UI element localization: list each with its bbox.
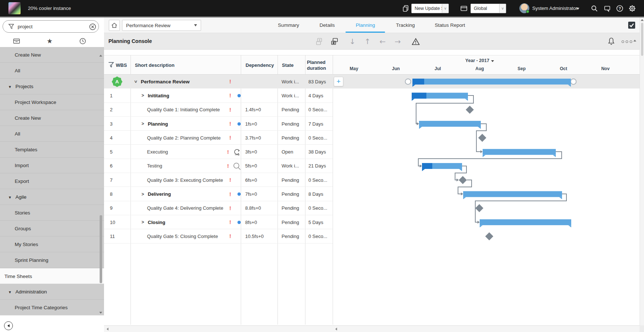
- global-search-icon[interactable]: [590, 4, 598, 12]
- application-scope-chevron-icon[interactable]: ˅: [499, 4, 506, 13]
- indent-icon[interactable]: →: [393, 37, 402, 46]
- personalize-checkbox-icon[interactable]: [627, 21, 636, 31]
- help-icon[interactable]: ?: [616, 4, 624, 12]
- save-layout-icon[interactable]: [330, 37, 339, 46]
- history-icon[interactable]: [66, 35, 99, 47]
- sidebar-item-sprint-planning[interactable]: Sprint Planning: [0, 252, 104, 268]
- grid-horizontal-scrollbar[interactable]: [104, 325, 333, 332]
- main-vertical-scrollbar[interactable]: [640, 18, 644, 325]
- sidebar-item-create-new[interactable]: Create New: [0, 110, 104, 126]
- all-applications-icon[interactable]: [0, 35, 33, 47]
- move-up-icon[interactable]: ↑: [363, 37, 372, 46]
- sidebar-item-stories[interactable]: Stories: [0, 205, 104, 221]
- user-presence-dot: [526, 10, 529, 13]
- tab-planning[interactable]: Planning: [354, 18, 378, 33]
- instance-logo[interactable]: [8, 2, 21, 14]
- update-set-picker-icon[interactable]: [402, 4, 410, 12]
- section-collapse-icon[interactable]: ▼: [8, 284, 12, 300]
- gantt-milestone-quality-gate-1-initiating-complete[interactable]: [466, 106, 474, 114]
- sidebar-scroll-thumb[interactable]: [100, 215, 102, 283]
- home-button[interactable]: [109, 20, 120, 31]
- favorites-icon[interactable]: ★: [33, 35, 66, 47]
- more-options-button[interactable]: [622, 40, 632, 43]
- grid-filter-funnel-icon[interactable]: [108, 62, 114, 69]
- tab-tracking[interactable]: Tracking: [394, 18, 417, 33]
- gantt-bar-closing[interactable]: [480, 219, 571, 227]
- sidebar-item-import[interactable]: Import: [0, 158, 104, 173]
- column-header-state[interactable]: State: [282, 55, 294, 75]
- clear-search-icon[interactable]: [89, 23, 96, 30]
- gantt-bar-executing[interactable]: [483, 149, 556, 157]
- gantt-bar-inititating[interactable]: [412, 93, 468, 101]
- column-header-planned-duration[interactable]: Planned duration: [307, 59, 333, 71]
- gantt-year-selector[interactable]: Year - 2017: [333, 58, 627, 63]
- expand-chevron-icon[interactable]: >: [142, 89, 144, 102]
- collapse-chevron-icon[interactable]: >: [128, 80, 142, 83]
- sidebar-item-my-stories[interactable]: My Stories: [0, 237, 104, 252]
- connect-chat-icon[interactable]: [603, 4, 611, 12]
- sidebar-item-administration[interactable]: ▼Administration: [0, 284, 104, 300]
- sidebar-scroll-up-icon[interactable]: [99, 55, 102, 57]
- expand-chevron-icon[interactable]: >: [142, 187, 144, 201]
- sidebar-item-project-time-categories[interactable]: Project Time Categories: [0, 300, 104, 315]
- sidebar-item-projects[interactable]: ▼Projects: [0, 79, 104, 94]
- gantt-bar-planning[interactable]: [419, 121, 481, 129]
- sidebar-item-agile[interactable]: ▼Agile: [0, 189, 104, 205]
- sidebar-item-create-new[interactable]: Create New: [0, 47, 104, 63]
- user-menu-caret-icon[interactable]: [576, 8, 579, 10]
- notifications-bell-icon[interactable]: [607, 37, 616, 48]
- gantt-milestone-quality-gate-5-closing-complete[interactable]: [485, 232, 493, 240]
- gantt-scroll-up-icon[interactable]: [633, 40, 636, 42]
- gantt-milestone-quality-gate-3-executing-complete[interactable]: [459, 176, 467, 184]
- expand-chevron-icon[interactable]: >: [142, 215, 144, 229]
- scroll-left-icon[interactable]: [335, 328, 337, 331]
- tab-summary[interactable]: Summary: [276, 18, 301, 33]
- column-header-dependency[interactable]: Dependency: [246, 55, 274, 75]
- gantt-add-button[interactable]: +: [334, 77, 343, 86]
- sidebar-item-templates[interactable]: Templates: [0, 142, 104, 158]
- update-set-chevron-icon[interactable]: ˅: [442, 4, 448, 13]
- column-header-short-description[interactable]: Short description: [135, 55, 175, 75]
- record-picker-select[interactable]: Performance Review: [122, 20, 201, 31]
- sidebar-item-time-sheets[interactable]: Time Sheets: [0, 268, 104, 284]
- sidebar-item-groups[interactable]: Groups: [0, 221, 104, 237]
- gantt-horizontal-scrollbar[interactable]: [333, 325, 640, 332]
- gantt-milestone-quality-gate-2-planning-complete[interactable]: [478, 134, 486, 142]
- gear-icon[interactable]: [628, 4, 636, 12]
- application-scope-select[interactable]: Global ˅: [471, 4, 506, 13]
- sidebar-item-all[interactable]: All: [0, 63, 104, 79]
- outdent-icon[interactable]: ←: [378, 37, 387, 46]
- sidebar-item-export[interactable]: Export: [0, 173, 104, 189]
- tab-details[interactable]: Details: [317, 18, 337, 33]
- application-picker-icon[interactable]: [460, 4, 468, 12]
- navigator-search-input[interactable]: [18, 21, 84, 32]
- warning-icon[interactable]: [411, 37, 421, 46]
- tab-status-report[interactable]: Status Report: [433, 18, 468, 33]
- wbs-number: 4: [110, 131, 112, 145]
- gantt-month-jun: Jun: [392, 66, 400, 71]
- task-short-description: Inititating: [148, 89, 169, 102]
- sidebar-item-all[interactable]: All: [0, 126, 104, 142]
- section-collapse-icon[interactable]: ▼: [8, 190, 12, 205]
- app-root: 20% cooler instance New Update S ˅ Globa…: [0, 0, 644, 332]
- alert-icon: !: [229, 131, 231, 145]
- application-scope-value: Global: [471, 6, 499, 11]
- user-menu[interactable]: System Administrator: [532, 0, 577, 17]
- collapse-navigator-button[interactable]: [4, 321, 13, 330]
- column-header-wbs[interactable]: WBS: [116, 55, 127, 75]
- section-collapse-icon[interactable]: ▼: [8, 79, 12, 95]
- sidebar-item-project-workspace[interactable]: Project Workspace: [0, 94, 104, 110]
- gantt-bar-delivering[interactable]: [463, 191, 562, 199]
- move-down-icon[interactable]: ↓: [348, 37, 357, 46]
- gantt-bar-testing[interactable]: [422, 163, 462, 171]
- scroll-left-icon[interactable]: [107, 328, 108, 331]
- scroll-up-icon[interactable]: [641, 19, 644, 21]
- gantt-milestone-quality-gate-4-delivering-complete[interactable]: [475, 204, 483, 212]
- alert-icon: !: [227, 159, 229, 173]
- sidebar-scrollbar[interactable]: [99, 54, 103, 315]
- update-set-select[interactable]: New Update S ˅: [411, 4, 449, 13]
- sidebar-scroll-down-icon[interactable]: [99, 312, 102, 314]
- scroll-thumb[interactable]: [641, 23, 643, 56]
- gantt-bar-performance-review[interactable]: [405, 79, 576, 87]
- expand-chevron-icon[interactable]: >: [142, 117, 144, 131]
